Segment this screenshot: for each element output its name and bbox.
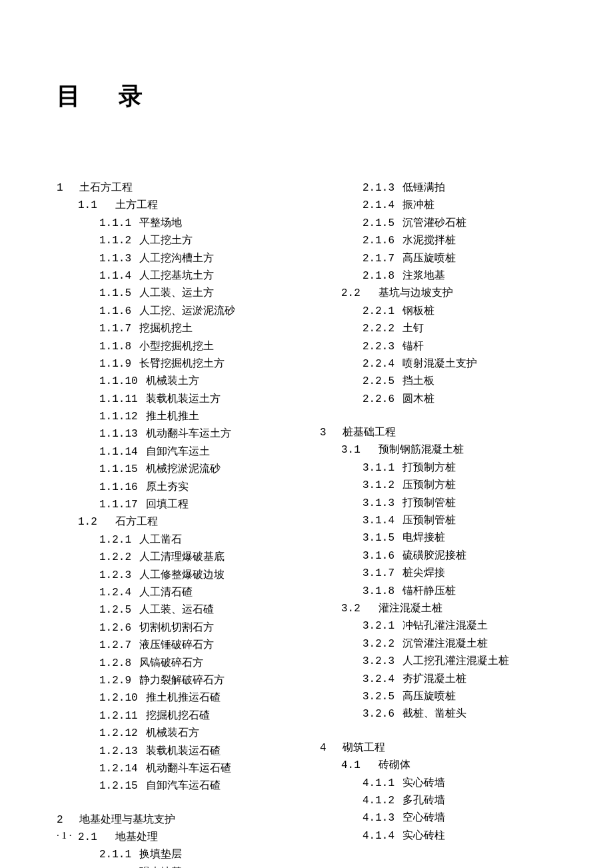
toc-section: 3.1预制钢筋混凝土桩 (320, 441, 563, 459)
toc-entry-number: 1.1.16 (99, 479, 138, 496)
toc-entry-title: 土石方工程 (79, 182, 133, 194)
toc-entry-number: 3.1 (341, 441, 374, 459)
toc-entry-title: 推土机推土 (146, 411, 199, 423)
toc-entry-number: 1.2 (78, 513, 111, 531)
toc-entry-title: 地基处理 (115, 831, 158, 843)
toc-item: 1.2.1人工凿石 (57, 531, 300, 549)
toc-entry-number: 1.1.10 (99, 373, 138, 390)
toc-entry-title: 桩尖焊接 (402, 567, 445, 579)
toc-entry-number: 1.1.11 (99, 391, 138, 408)
toc-chapter: 2地基处理与基坑支护 (57, 811, 300, 829)
toc-entry-number: 2.2.6 (362, 391, 394, 408)
toc-entry-title: 土钉 (402, 323, 424, 335)
toc-item: 2.2.4喷射混凝土支护 (320, 355, 563, 373)
toc-item: 1.1.7挖掘机挖土 (57, 320, 300, 337)
toc-entry-title: 打预制管桩 (402, 497, 456, 509)
toc-entry-number: 1.1.5 (99, 285, 131, 302)
toc-chapter: 4砌筑工程 (320, 739, 563, 757)
toc-entry-number: 1.1.1 (99, 215, 131, 232)
toc-entry-number: 2.1 (78, 829, 111, 846)
toc-entry-number: 1.1.17 (99, 496, 138, 513)
toc-section: 4.1砖砌体 (320, 757, 563, 774)
toc-entry-title: 小型挖掘机挖土 (139, 341, 214, 353)
toc-entry-number: 2.1.6 (362, 232, 394, 249)
toc-item: 1.2.12机械装石方 (57, 725, 300, 742)
toc-section: 1.1土方工程 (57, 197, 300, 214)
toc-entry-number: 1.1.14 (99, 443, 138, 461)
toc-entry-number: 1.2.3 (99, 567, 131, 584)
toc-entry-number: 3.1.3 (362, 495, 394, 512)
toc-entry-title: 多孔砖墙 (402, 795, 445, 807)
toc-entry-title: 灌注混凝土桩 (378, 603, 442, 615)
toc-item: 1.1.3人工挖沟槽土方 (57, 250, 300, 267)
toc-entry-number: 2 (57, 811, 75, 829)
toc-item: 3.2.5高压旋喷桩 (320, 688, 563, 705)
toc-item: 1.2.8风镐破碎石方 (57, 655, 300, 672)
toc-item: 1.1.4人工挖基坑土方 (57, 267, 300, 285)
toc-entry-title: 硫磺胶泥接桩 (402, 550, 466, 562)
toc-item: 1.1.10机械装土方 (57, 373, 300, 390)
toc-entry-number: 2.1.5 (362, 215, 394, 232)
toc-entry-number: 2.2.4 (362, 355, 394, 373)
toc-entry-number: 2.2.1 (362, 303, 394, 320)
toc-entry-number: 1.2.15 (99, 777, 138, 795)
toc-entry-number: 1.1.2 (99, 232, 131, 249)
toc-item: 1.2.2人工清理爆破基底 (57, 549, 300, 566)
toc-entry-number: 1.2.12 (99, 725, 138, 742)
toc-item: 1.2.7液压锤破碎石方 (57, 637, 300, 654)
toc-item: 2.1.8注浆地基 (320, 267, 563, 285)
toc-entry-number: 2.1.4 (362, 197, 394, 214)
toc-entry-title: 机动翻斗车运石碴 (146, 763, 231, 775)
toc-entry-title: 机械装土方 (146, 375, 199, 387)
toc-entry-title: 人工装、运石碴 (139, 604, 214, 616)
toc-entry-title: 实心砖墙 (402, 777, 445, 789)
toc-entry-title: 挖掘机挖石碴 (146, 710, 210, 722)
toc-entry-title: 自卸汽车运石碴 (146, 780, 221, 792)
toc-item: 1.1.6人工挖、运淤泥流砂 (57, 303, 300, 320)
toc-entry-number: 1.1.4 (99, 267, 131, 285)
toc-spacer (57, 795, 300, 807)
toc-item: 1.2.14机动翻斗车运石碴 (57, 760, 300, 777)
toc-entry-title: 桩基础工程 (342, 427, 396, 439)
toc-entry-title: 人工装、运土方 (139, 287, 214, 299)
toc-entry-number: 2.1.8 (362, 267, 394, 285)
toc-item: 4.1.3空心砖墙 (320, 809, 563, 827)
toc-entry-number: 1.2.7 (99, 637, 131, 654)
toc-entry-number: 1.2.11 (99, 707, 138, 725)
toc-item: 1.2.5人工装、运石碴 (57, 601, 300, 619)
toc-item: 3.2.4夯扩混凝土桩 (320, 671, 563, 688)
toc-entry-number: 3.1.8 (362, 583, 394, 600)
toc-entry-number: 2.2.3 (362, 338, 394, 355)
toc-entry-title: 平整场地 (139, 217, 182, 229)
toc-entry-title: 喷射混凝土支护 (402, 358, 477, 370)
toc-entry-title: 挖掘机挖土 (139, 323, 193, 335)
toc-entry-title: 自卸汽车运土 (146, 446, 210, 458)
toc-entry-title: 回填工程 (146, 499, 189, 511)
toc-entry-title: 锚杆 (402, 341, 424, 353)
toc-entry-title: 风镐破碎石方 (139, 657, 203, 669)
toc-item: 3.1.2压预制方桩 (320, 477, 563, 494)
toc-entry-number: 3.1.1 (362, 459, 394, 477)
toc-entry-title: 切割机切割石方 (139, 622, 214, 634)
toc-entry-number: 2.1.2 (99, 864, 131, 868)
toc-entry-number: 3.2.3 (362, 653, 394, 670)
toc-item: 2.1.1换填垫层 (57, 846, 300, 863)
toc-item: 1.2.10推土机推运石碴 (57, 689, 300, 707)
toc-item: 2.2.6圆木桩 (320, 391, 563, 408)
toc-entry-number: 3.2.2 (362, 635, 394, 653)
toc-item: 3.1.4压预制管桩 (320, 512, 563, 529)
toc-spacer (320, 408, 563, 420)
toc-item: 1.1.14自卸汽车运土 (57, 443, 300, 461)
toc-entry-number: 1.2.10 (99, 689, 138, 707)
toc-entry-number: 4.1.1 (362, 775, 394, 792)
toc-entry-title: 压预制管桩 (402, 515, 456, 527)
toc-entry-title: 机械挖淤泥流砂 (146, 463, 221, 475)
toc-entry-number: 2.1.3 (362, 179, 394, 197)
toc-section: 1.2石方工程 (57, 513, 300, 531)
toc-item: 3.1.1打预制方桩 (320, 459, 563, 477)
toc-item: 1.1.2人工挖土方 (57, 232, 300, 249)
toc-entry-number: 3.1.2 (362, 477, 394, 494)
toc-item: 3.2.3人工挖孔灌注混凝土桩 (320, 653, 563, 670)
toc-entry-number: 1.1.15 (99, 461, 138, 478)
toc-entry-title: 人工挖沟槽土方 (139, 253, 214, 265)
